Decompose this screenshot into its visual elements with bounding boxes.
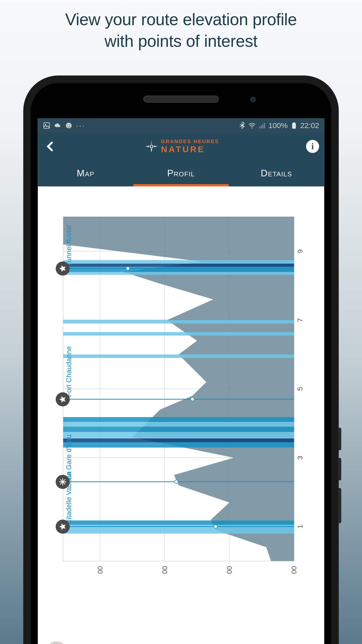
svg-rect-10 <box>292 123 296 129</box>
tab-profil[interactable]: Profil <box>133 160 229 186</box>
signal-icon <box>258 122 266 129</box>
bluetooth-icon <box>238 122 246 129</box>
phone-speaker <box>143 96 219 103</box>
y-tick-label: 00 <box>161 566 169 581</box>
grade-segment <box>63 427 294 432</box>
svg-rect-8 <box>262 124 263 128</box>
x-tick-label: 3 <box>296 456 304 460</box>
svg-rect-7 <box>261 126 262 128</box>
grade-segment <box>63 442 294 448</box>
tab-details[interactable]: Details <box>229 160 324 186</box>
poi-elevation-dot <box>126 266 130 270</box>
more-notifications: ··· <box>76 121 85 130</box>
back-button[interactable] <box>43 139 58 154</box>
app-screen: ··· 100% 22:02 <box>38 118 324 644</box>
svg-point-12 <box>150 145 153 148</box>
clock-time: 22:02 <box>300 121 319 130</box>
grade-segment <box>63 264 294 267</box>
wifi-icon <box>248 122 256 129</box>
poi-label: Fort Chaudanne <box>65 346 73 397</box>
info-button[interactable]: i <box>306 140 319 153</box>
status-bar: ··· 100% 22:02 <box>38 118 324 133</box>
svg-point-4 <box>69 125 70 125</box>
phone-frame: ··· 100% 22:02 <box>23 75 339 644</box>
compass-icon <box>145 140 158 153</box>
poi-marker[interactable]: Tunnel fluvial <box>63 268 294 269</box>
viewpoint-icon <box>56 475 70 489</box>
elevation-chart[interactable]: 1357900000000Citadelle VaubanLa Gare d'E… <box>38 186 324 644</box>
battery-percent: 100% <box>268 121 288 130</box>
poi-marker[interactable]: La Gare d'Eau <box>63 481 294 482</box>
svg-rect-0 <box>44 123 50 129</box>
gallery-icon <box>43 122 51 129</box>
svg-line-20 <box>60 482 63 484</box>
poi-guideline <box>63 399 294 400</box>
grade-segment <box>63 320 294 324</box>
grade-segment <box>63 422 294 427</box>
phone-front-camera <box>250 97 256 102</box>
poi-guideline <box>63 268 294 269</box>
cloud-icon <box>54 122 62 129</box>
svg-rect-9 <box>264 123 265 128</box>
phone-side-buttons <box>338 428 341 531</box>
poi-elevation-dot <box>174 480 178 484</box>
volume-up <box>338 428 341 450</box>
star-icon <box>56 392 70 406</box>
poi-guideline <box>63 526 294 527</box>
chart-grid: 1357900000000Citadelle VaubanLa Gare d'E… <box>63 217 294 561</box>
svg-line-16 <box>63 479 65 482</box>
svg-point-2 <box>66 123 72 129</box>
poi-guideline <box>63 481 294 482</box>
x-tick-label: 5 <box>296 387 304 391</box>
svg-point-1 <box>45 124 46 125</box>
logo-title: NATURE <box>161 144 219 154</box>
grade-segment <box>63 332 294 336</box>
poi-elevation-dot <box>213 525 217 529</box>
grade-segment <box>63 520 294 525</box>
y-tick-label: 00 <box>96 566 104 581</box>
y-tick-label: 00 <box>290 566 298 581</box>
grade-segment <box>63 432 294 438</box>
grade-segment <box>63 272 294 275</box>
svg-line-18 <box>63 482 65 484</box>
star-icon <box>56 261 70 275</box>
poi-label: Tunnel fluvial <box>65 225 73 266</box>
logo-subtitle: GRANDES HEURES <box>161 139 219 144</box>
active-tab-indicator <box>133 184 229 186</box>
promo-line1: View your route elevation profile <box>65 10 297 29</box>
power-button <box>338 488 341 523</box>
tab-bar: Map Profil Details <box>38 160 324 186</box>
emoji-icon <box>65 122 73 129</box>
tab-map[interactable]: Map <box>38 160 133 186</box>
battery-icon <box>290 122 298 129</box>
poi-marker[interactable]: Fort Chaudanne <box>63 399 294 400</box>
poi-marker[interactable]: Citadelle Vauban <box>63 526 294 527</box>
svg-rect-11 <box>293 123 295 124</box>
grade-segment <box>63 438 294 442</box>
promo-headline: View your route elevation profile with p… <box>0 0 362 52</box>
poi-label: La Gare d'Eau <box>65 434 73 480</box>
volume-down <box>338 458 341 480</box>
info-icon: i <box>311 142 314 151</box>
promo-line2: with points of interest <box>105 32 257 50</box>
y-tick-label: 00 <box>225 566 233 581</box>
app-logo: GRANDES HEURES NATURE <box>58 139 306 154</box>
x-tick-label: 9 <box>296 249 304 253</box>
grade-segment <box>63 354 294 358</box>
phone-bezel: ··· 100% 22:02 <box>31 83 331 644</box>
svg-point-5 <box>252 128 253 129</box>
chevron-left-icon <box>45 141 56 152</box>
svg-point-3 <box>67 125 68 125</box>
x-tick-label: 1 <box>296 525 304 529</box>
locate-me-button[interactable] <box>46 641 68 644</box>
svg-rect-6 <box>259 127 260 128</box>
poi-elevation-dot <box>191 397 195 401</box>
grade-segment <box>63 417 294 422</box>
app-header: GRANDES HEURES NATURE i <box>38 133 324 160</box>
grade-segment <box>63 267 294 272</box>
grade-segment <box>63 260 294 264</box>
svg-line-14 <box>60 479 63 482</box>
star-icon <box>56 519 70 534</box>
x-tick-label: 7 <box>296 318 304 322</box>
